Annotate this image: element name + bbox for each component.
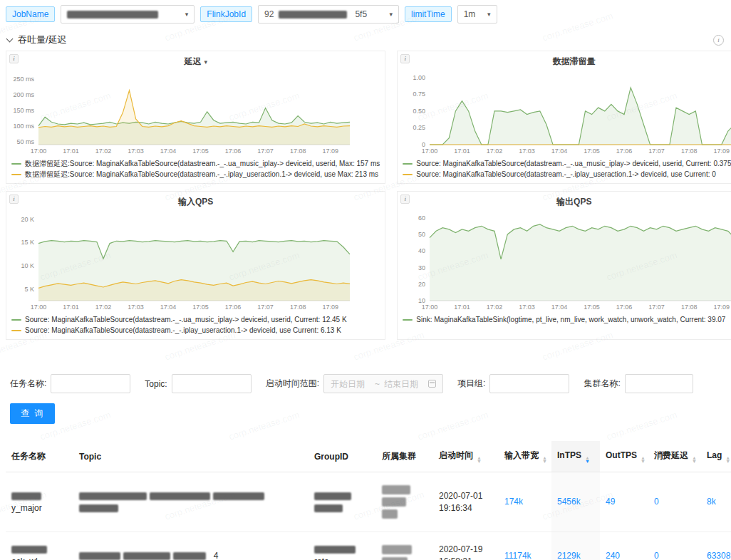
topic-input[interactable] [172, 374, 252, 393]
svg-text:17:07: 17:07 [257, 304, 274, 311]
output-qps-chart[interactable]: 10203040506017:0017:0117:0217:0317:0417:… [401, 209, 731, 313]
svg-text:17:08: 17:08 [681, 147, 698, 155]
flinkjobid-label: FlinkJobId [200, 6, 252, 22]
col-header-name: 任务名称 [6, 441, 73, 472]
legend-color-line [403, 319, 413, 321]
cell-lag[interactable]: 8k [701, 472, 731, 532]
cell-start: 2020-07-1916:58:21 [433, 532, 499, 560]
svg-text:17:06: 17:06 [225, 304, 242, 311]
redacted-text [173, 552, 206, 560]
svg-text:17:09: 17:09 [714, 147, 730, 155]
svg-text:17:06: 17:06 [616, 304, 633, 311]
legend-item[interactable]: Sink: MaginaKafkaTableSink(logtime, pt_l… [403, 314, 731, 325]
project-group-input[interactable] [489, 374, 569, 393]
chevron-down-icon: ▾ [487, 11, 491, 18]
svg-text:17:02: 17:02 [487, 304, 503, 311]
svg-text:17:09: 17:09 [322, 147, 338, 155]
svg-text:250 ms: 250 ms [13, 76, 34, 83]
table-row: eck_wl_4rate2020-07-1916:58:2111174k2129… [6, 532, 731, 560]
svg-text:17:09: 17:09 [714, 304, 730, 311]
svg-text:17:04: 17:04 [160, 304, 177, 311]
time-range-label: 启动时间范围: [266, 378, 319, 390]
svg-text:17:03: 17:03 [519, 304, 536, 311]
col-header-lag[interactable]: Lag▲▼ [701, 441, 731, 472]
limittime-select[interactable]: 1m ▾ [457, 5, 497, 24]
cell-delay[interactable]: 0 [648, 472, 701, 532]
task-name-input[interactable] [51, 374, 130, 393]
col-header-delay[interactable]: 消费延迟▲▼ [648, 441, 701, 472]
legend-item[interactable]: 数据滞留延迟:Source: MaginaKafkaTableSource(da… [11, 158, 380, 169]
latency-chart[interactable]: 50 ms100 ms150 ms200 ms250 ms17:0017:011… [10, 69, 381, 157]
redacted-text [67, 11, 158, 19]
query-form: 任务名称: Topic: 启动时间范围: ~ 项目组: 集群名称: [0, 374, 731, 393]
section-info-icon[interactable]: i [713, 35, 724, 46]
jobname-label: JobName [6, 6, 55, 22]
charts-grid: i 延迟▾ 50 ms100 ms150 ms200 ms250 ms17:00… [0, 51, 731, 340]
svg-text:17:08: 17:08 [290, 304, 306, 311]
col-header-bandwidth[interactable]: 输入带宽▲▼ [499, 441, 551, 472]
chevron-down-icon: ▾ [204, 58, 207, 66]
legend-item[interactable]: 数据滞留延迟:Source: MaginaKafkaTableSource(da… [11, 169, 380, 180]
col-header-start[interactable]: 启动时间▲▼ [433, 441, 499, 472]
cell-bandwidth[interactable]: 174k [499, 472, 551, 532]
cluster-name-label: 集群名称: [584, 378, 620, 390]
chevron-down-icon [6, 36, 14, 43]
legend-color-line [11, 174, 21, 175]
legend-color-line [11, 163, 21, 165]
limittime-label: limitTime [405, 6, 452, 22]
top-filter-bar: JobName ▾ FlinkJobId 92 5f5 ▾ limitTime … [0, 0, 731, 28]
cell-outtps[interactable]: 49 [600, 472, 648, 532]
legend-item[interactable]: Source: MaginaKafkaTableSource(datastrea… [403, 169, 731, 180]
section-throughput-latency[interactable]: 吞吐量/延迟 i [0, 28, 731, 51]
cell-delay[interactable]: 0 [648, 532, 701, 560]
info-icon[interactable]: i [400, 195, 410, 204]
redacted-text [79, 504, 118, 512]
chart-panel-output-qps: i 输出QPS 10203040506017:0017:0117:0217:03… [397, 191, 731, 340]
chart-panel-retention: i 数据滞留量 00.250.500.751.0017:0017:0117:02… [397, 51, 731, 184]
legend-color-line [403, 174, 413, 175]
chevron-down-icon: ▾ [185, 11, 189, 18]
info-icon[interactable]: i [400, 54, 410, 63]
col-header-outtps[interactable]: OutTPS▲▼ [600, 441, 648, 472]
start-date-input[interactable] [331, 375, 370, 392]
redacted-text [382, 497, 406, 507]
query-button[interactable]: 查 询 [10, 403, 55, 424]
project-group-label: 项目组: [457, 378, 485, 390]
col-header-cluster: 所属集群 [376, 441, 433, 472]
cluster-name-input[interactable] [625, 374, 693, 393]
date-range-picker[interactable]: ~ [323, 374, 443, 393]
sort-icons: ▲▼ [725, 456, 730, 463]
svg-text:17:02: 17:02 [487, 147, 503, 155]
info-icon[interactable]: i [9, 195, 19, 204]
jobname-select[interactable]: ▾ [61, 5, 195, 24]
cell-intps[interactable]: 5456k [551, 472, 600, 532]
cell-cluster [376, 532, 433, 560]
legend-text: Source: MaginaKafkaTableSource(datastrea… [416, 158, 731, 169]
task-table-container: 任务名称TopicGroupID所属集群启动时间▲▼输入带宽▲▼InTPS▲▼O… [6, 441, 725, 560]
cell-intps[interactable]: 2129k [551, 532, 600, 560]
chart-title[interactable]: 延迟▾ [10, 53, 381, 69]
cell-bandwidth[interactable]: 11174k [499, 532, 551, 560]
legend-item[interactable]: Source: MaginaKafkaTableSource(datastrea… [11, 314, 380, 325]
svg-text:17:07: 17:07 [649, 147, 665, 155]
sort-icons: ▲▼ [692, 456, 697, 463]
flinkjobid-select[interactable]: 92 5f5 ▾ [258, 5, 399, 24]
cell-outtps[interactable]: 240 [600, 532, 648, 560]
legend-text: Source: MaginaKafkaTableSource(datastrea… [25, 325, 341, 336]
retention-chart[interactable]: 00.250.500.751.0017:0017:0117:0217:0317:… [401, 69, 731, 157]
info-icon[interactable]: i [9, 54, 19, 63]
end-date-input[interactable] [384, 375, 424, 392]
svg-text:17:01: 17:01 [63, 304, 79, 311]
svg-text:17:01: 17:01 [455, 304, 471, 311]
legend-item[interactable]: Source: MaginaKafkaTableSource(datastrea… [11, 325, 380, 336]
flinkjobid-prefix: 92 [264, 9, 274, 19]
input-qps-chart[interactable]: 5 K10 K15 K20 K17:0017:0117:0217:0317:04… [10, 209, 381, 313]
cell-cluster [376, 472, 433, 532]
legend-text: 数据滞留延迟:Source: MaginaKafkaTableSource(da… [25, 158, 380, 169]
svg-text:17:02: 17:02 [95, 304, 112, 311]
col-header-intps[interactable]: InTPS▲▼ [551, 441, 600, 472]
task-table: 任务名称TopicGroupID所属集群启动时间▲▼输入带宽▲▼InTPS▲▼O… [6, 441, 731, 560]
legend-item[interactable]: Source: MaginaKafkaTableSource(datastrea… [403, 158, 731, 169]
cell-lag[interactable]: 63308k [701, 532, 731, 560]
svg-text:20: 20 [418, 281, 425, 288]
